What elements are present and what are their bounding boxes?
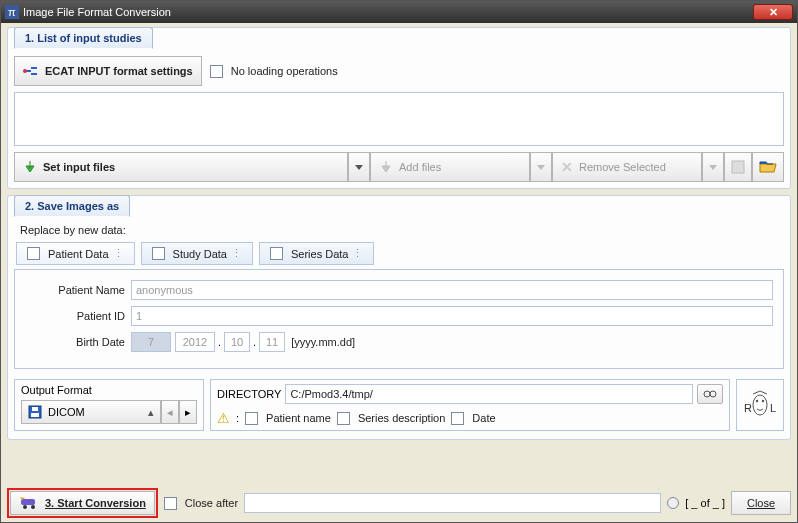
output-format-label: Output Format	[21, 384, 197, 396]
window-close-button[interactable]: ✕	[753, 4, 793, 20]
patient-form: Patient Name Patient ID Birth Date 7 201…	[14, 269, 784, 369]
car-icon	[19, 497, 39, 509]
svg-rect-5	[31, 413, 39, 417]
svg-point-7	[704, 391, 710, 397]
patient-id-label: Patient ID	[25, 310, 125, 322]
svg-point-15	[23, 505, 27, 509]
format-prev-button[interactable]: ◂	[161, 400, 179, 424]
arrow-down-green-icon	[23, 160, 37, 174]
svg-point-13	[762, 400, 764, 402]
birth-hint: [yyyy.mm.dd]	[285, 336, 355, 348]
directory-label: DIRECTORY	[217, 388, 281, 400]
output-directory-box: DIRECTORY ⚠ : Patient name Series descri…	[210, 379, 730, 431]
svg-text:L: L	[770, 402, 776, 414]
orientation-icon: R L	[743, 390, 777, 420]
save-list-button[interactable]	[724, 152, 752, 182]
birth-dd-input[interactable]: 11	[259, 332, 285, 352]
svg-text:π: π	[8, 6, 16, 18]
add-files-button[interactable]: Add files	[370, 152, 530, 182]
directory-browse-button[interactable]	[697, 384, 723, 404]
patient-name-input[interactable]	[131, 280, 773, 300]
tab-save-images[interactable]: 2. Save Images as	[14, 195, 130, 217]
browse-icon	[703, 389, 717, 399]
start-highlight: 3. Start Conversion	[7, 488, 158, 518]
app-icon: π	[5, 5, 19, 19]
ecat-settings-button[interactable]: ECAT INPUT format settings	[14, 56, 202, 86]
window-title: Image File Format Conversion	[23, 6, 171, 18]
tab-patient-data[interactable]: Patient Data⋮	[16, 242, 135, 265]
app-window: π Image File Format Conversion ✕ 1. List…	[0, 0, 798, 523]
birth-date-label: Birth Date	[25, 336, 125, 348]
svg-point-16	[31, 505, 35, 509]
svg-point-12	[756, 400, 758, 402]
set-input-dropdown[interactable]	[348, 152, 370, 182]
input-studies-group: 1. List of input studies ECAT INPUT form…	[7, 27, 791, 189]
birth-month-input[interactable]: 10	[224, 332, 250, 352]
directory-input[interactable]	[285, 384, 693, 404]
orientation-button[interactable]: R L	[736, 379, 784, 431]
set-input-files-button[interactable]: Set input files	[14, 152, 348, 182]
progress-bar	[244, 493, 661, 513]
save-images-group: 2. Save Images as Replace by new data: P…	[7, 195, 791, 440]
chk-date[interactable]: Date	[451, 412, 495, 425]
birth-year-input[interactable]: 2012	[175, 332, 215, 352]
floppy-disabled-icon	[731, 160, 745, 174]
chk-series-desc[interactable]: Series description	[337, 412, 445, 425]
svg-rect-6	[32, 407, 38, 411]
close-after-checkbox[interactable]: Close after	[164, 497, 238, 510]
no-loading-checkbox[interactable]: No loading operations	[210, 56, 338, 86]
svg-text:R: R	[744, 402, 752, 414]
tab-series-data[interactable]: Series Data⋮	[259, 242, 374, 265]
start-conversion-button[interactable]: 3. Start Conversion	[10, 491, 155, 515]
tab-study-data[interactable]: Study Data⋮	[141, 242, 253, 265]
remove-x-icon: ✕	[561, 159, 573, 175]
svg-point-11	[753, 395, 767, 415]
patient-id-input[interactable]	[131, 306, 773, 326]
svg-point-2	[23, 69, 27, 73]
arrow-down-disabled-icon	[379, 160, 393, 174]
replace-label: Replace by new data:	[8, 224, 790, 236]
output-format-select[interactable]: DICOM ▴	[21, 400, 161, 424]
svg-point-8	[710, 391, 716, 397]
add-files-dropdown[interactable]	[530, 152, 552, 182]
svg-rect-3	[732, 161, 744, 173]
count-label: [ _ of _ ]	[685, 497, 725, 509]
titlebar: π Image File Format Conversion ✕	[1, 1, 797, 23]
status-radio	[667, 497, 679, 509]
plug-icon	[23, 65, 39, 77]
close-button[interactable]: Close	[731, 491, 791, 515]
open-list-button[interactable]	[752, 152, 784, 182]
folder-open-icon	[759, 160, 777, 174]
floppy-icon	[28, 405, 42, 419]
chk-patient-name[interactable]: Patient name	[245, 412, 331, 425]
birth-day-input[interactable]: 7	[131, 332, 171, 352]
remove-selected-dropdown[interactable]	[702, 152, 724, 182]
input-files-list[interactable]	[14, 92, 784, 146]
tab-input-studies[interactable]: 1. List of input studies	[14, 27, 153, 49]
output-format-box: Output Format DICOM ▴ ◂ ▸	[14, 379, 204, 431]
remove-selected-button[interactable]: ✕ Remove Selected	[552, 152, 702, 182]
patient-name-label: Patient Name	[25, 284, 125, 296]
warning-icon: ⚠	[217, 410, 230, 426]
format-next-button[interactable]: ▸	[179, 400, 197, 424]
svg-rect-14	[21, 499, 35, 505]
